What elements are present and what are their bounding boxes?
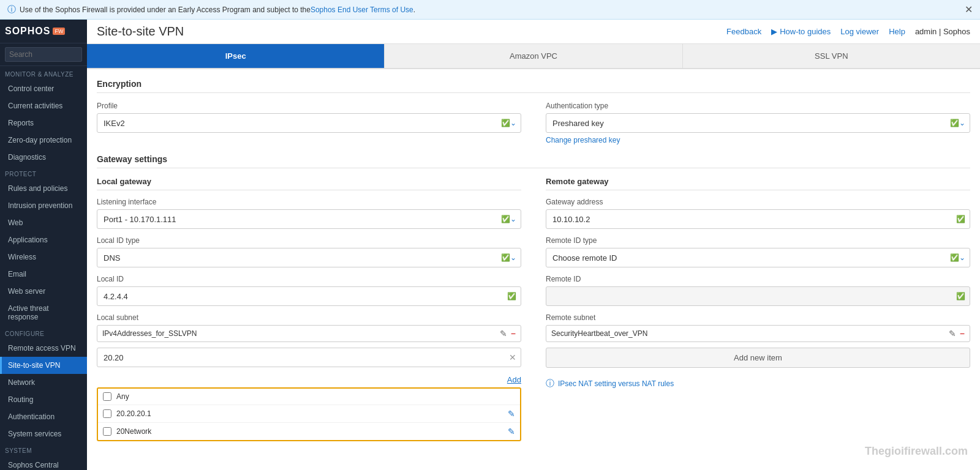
- scrollable-content: Encryption Profile IKEv2 IKEv1 Custom ✅⌄…: [87, 69, 980, 470]
- add-new-item-button[interactable]: Add new item: [546, 348, 970, 368]
- sidebar-item-routing[interactable]: Routing: [0, 391, 87, 408]
- change-preshared-key-link[interactable]: Change preshared key: [546, 136, 970, 144]
- encryption-section-title: Encryption: [97, 79, 970, 93]
- sidebar-item-webserver[interactable]: Web server: [0, 283, 87, 300]
- local-subnet-group: Local subnet IPv4Addresses_for_SSLVPN ✎ …: [97, 313, 521, 441]
- add-link[interactable]: Add: [97, 375, 521, 384]
- help-link[interactable]: Help: [889, 27, 905, 36]
- checkbox-any[interactable]: [103, 392, 111, 401]
- gateway-address-input[interactable]: [546, 209, 970, 229]
- section-label-configure: CONFIGURE: [0, 326, 87, 340]
- remote-subnet-group: Remote subnet SecurityHeartbeat_over_VPN…: [546, 313, 970, 389]
- sidebar-item-active-threat[interactable]: Active threat response: [0, 300, 87, 326]
- dropdown-item-20network[interactable]: 20Network ✎: [98, 423, 520, 440]
- local-subnet-clear-icon[interactable]: ✕: [509, 352, 516, 362]
- search-input[interactable]: [5, 47, 82, 62]
- listening-interface-select[interactable]: Port1 - 10.170.1.111: [97, 209, 521, 229]
- info-bar: ⓘ Use of the Sophos Firewall is provided…: [0, 0, 980, 20]
- tab-ipsec[interactable]: IPsec: [87, 44, 385, 68]
- listening-interface-wrapper: Port1 - 10.170.1.111 ✅⌄: [97, 209, 521, 229]
- page-title: Site-to-site VPN: [97, 24, 184, 39]
- sidebar-item-authentication[interactable]: Authentication: [0, 408, 87, 425]
- feedback-link[interactable]: Feedback: [726, 27, 761, 36]
- local-id-type-label: Local ID type: [97, 236, 521, 245]
- content-area: Site-to-site VPN Feedback ▶ How-to guide…: [87, 20, 980, 470]
- dropdown-item-20network-label: 20Network: [116, 427, 503, 436]
- nat-info-row: ⓘ IPsec NAT setting versus NAT rules: [546, 378, 970, 389]
- remote-id-type-wrapper: Choose remote ID IP address DNS Email ✅⌄: [546, 248, 970, 267]
- sidebar-item-rules[interactable]: Rules and policies: [0, 180, 87, 197]
- nat-info-link[interactable]: IPsec NAT setting versus NAT rules: [558, 379, 674, 388]
- auth-type-select[interactable]: Preshared key RSA Digital certificate: [546, 113, 970, 133]
- auth-type-select-wrapper: Preshared key RSA Digital certificate ✅⌄: [546, 113, 970, 133]
- sidebar-item-applications[interactable]: Applications: [0, 231, 87, 248]
- local-subnet-actions: ✎ −: [500, 329, 516, 338]
- local-subnet-search-input[interactable]: [97, 348, 521, 367]
- remote-id-type-select[interactable]: Choose remote ID IP address DNS Email: [546, 248, 970, 267]
- tab-ssl-vpn[interactable]: SSL VPN: [683, 44, 980, 68]
- info-bar-link[interactable]: Sophos End User Terms of Use: [311, 6, 413, 14]
- dropdown-item-20-20-20-1[interactable]: 20.20.20.1 ✎: [98, 405, 520, 423]
- gateway-columns: Local gateway Listening interface Port1 …: [97, 177, 970, 441]
- local-id-label: Local ID: [97, 275, 521, 283]
- listening-interface-label: Listening interface: [97, 198, 521, 206]
- logo-badge: FW: [53, 28, 65, 35]
- gateway-address-wrapper: ✅: [546, 209, 970, 229]
- remote-gateway-column: Remote gateway Gateway address ✅ Remote …: [546, 177, 970, 441]
- close-icon[interactable]: ✕: [965, 4, 973, 15]
- checkbox-20network[interactable]: [103, 427, 111, 436]
- local-subnet-remove-icon[interactable]: −: [511, 329, 516, 338]
- sidebar-item-control-center[interactable]: Control center: [0, 80, 87, 97]
- local-subnet-edit-icon[interactable]: ✎: [500, 329, 507, 338]
- sidebar-item-diagnostics[interactable]: Diagnostics: [0, 149, 87, 166]
- profile-select[interactable]: IKEv2 IKEv1 Custom: [97, 113, 521, 133]
- remote-subnet-remove-icon[interactable]: −: [960, 329, 965, 338]
- sidebar-item-web[interactable]: Web: [0, 214, 87, 231]
- remote-id-label: Remote ID: [546, 275, 970, 283]
- log-viewer-link[interactable]: Log viewer: [840, 27, 879, 36]
- gateway-settings-section: Gateway settings Local gateway Listening…: [97, 154, 970, 441]
- local-id-input[interactable]: [97, 286, 521, 306]
- sidebar-item-system-services[interactable]: System services: [0, 425, 87, 442]
- sidebar-item-site-vpn[interactable]: Site-to-site VPN: [0, 357, 87, 374]
- sidebar-item-zero-day[interactable]: Zero-day protection: [0, 132, 87, 149]
- section-label-system: SYSTEM: [0, 442, 87, 457]
- local-id-type-wrapper: DNS IP address Email ✅⌄: [97, 248, 521, 267]
- dropdown-item-any[interactable]: Any: [98, 389, 520, 405]
- dropdown-item-20network-edit-icon[interactable]: ✎: [508, 427, 515, 436]
- remote-id-type-group: Remote ID type Choose remote ID IP addre…: [546, 236, 970, 267]
- sidebar-item-intrusion[interactable]: Intrusion prevention: [0, 197, 87, 214]
- top-header: Site-to-site VPN Feedback ▶ How-to guide…: [87, 20, 980, 44]
- local-subnet-search-row: ✕: [97, 348, 521, 367]
- logo-text: SOPHOS: [5, 26, 50, 37]
- remote-id-input[interactable]: [546, 286, 970, 306]
- local-id-type-select[interactable]: DNS IP address Email: [97, 248, 521, 267]
- sidebar-item-current-activities[interactable]: Current activities: [0, 97, 87, 114]
- remote-id-group: Remote ID ✅: [546, 275, 970, 306]
- nat-info-icon: ⓘ: [546, 378, 554, 389]
- profile-label: Profile: [97, 102, 521, 110]
- dropdown-item-20-20-20-1-edit-icon[interactable]: ✎: [508, 409, 515, 419]
- sidebar: SOPHOS FW MONITOR & ANALYZE Control cent…: [0, 20, 87, 470]
- local-subnet-dropdown: Any 20.20.20.1 ✎ 20Network: [97, 387, 521, 441]
- gateway-section-title: Gateway settings: [97, 154, 970, 168]
- local-id-type-group: Local ID type DNS IP address Email ✅⌄: [97, 236, 521, 267]
- tabs-bar: IPsec Amazon VPC SSL VPN: [87, 44, 980, 69]
- checkbox-20-20-20-1[interactable]: [103, 409, 111, 418]
- remote-subnet-item: SecurityHeartbeat_over_VPN ✎ −: [546, 325, 970, 342]
- remote-gateway-title: Remote gateway: [546, 177, 970, 190]
- gateway-address-label: Gateway address: [546, 198, 970, 206]
- tab-amazon-vpc[interactable]: Amazon VPC: [385, 44, 682, 68]
- sidebar-item-sophos-central[interactable]: Sophos Central: [0, 457, 87, 470]
- sidebar-item-wireless[interactable]: Wireless: [0, 248, 87, 266]
- sidebar-item-reports[interactable]: Reports: [0, 114, 87, 132]
- remote-subnet-edit-icon[interactable]: ✎: [949, 329, 956, 338]
- remote-subnet-label: Remote subnet: [546, 313, 970, 322]
- remote-id-wrapper: ✅: [546, 286, 970, 306]
- sidebar-item-remote-vpn[interactable]: Remote access VPN: [0, 340, 87, 357]
- sidebar-item-network[interactable]: Network: [0, 374, 87, 391]
- sidebar-item-email[interactable]: Email: [0, 266, 87, 283]
- local-id-check-icon: ✅: [507, 292, 516, 300]
- encryption-form-row: Profile IKEv2 IKEv1 Custom ✅⌄ Authentica…: [97, 102, 970, 144]
- how-to-link[interactable]: ▶ How-to guides: [771, 27, 831, 36]
